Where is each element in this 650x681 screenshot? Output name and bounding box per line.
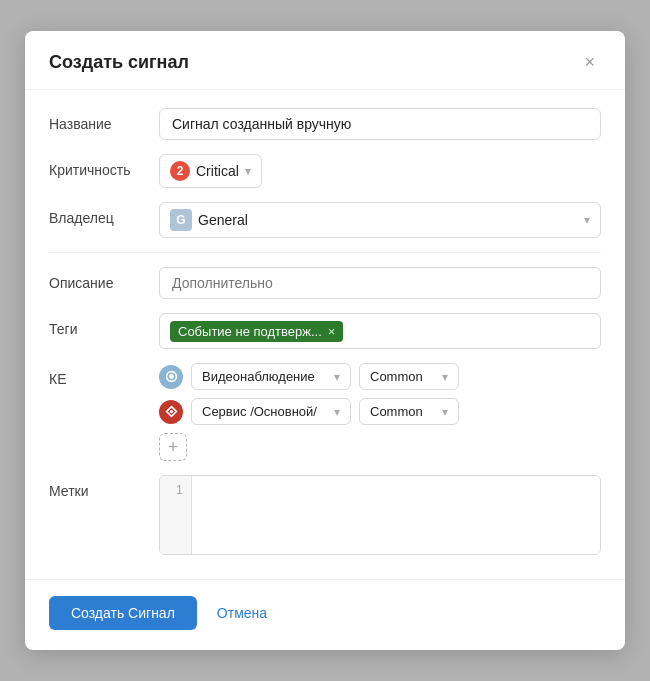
chevron-down-icon: ▾ xyxy=(245,164,251,178)
ke-row-2: Сервис /Основной/ ▾ Common ▾ xyxy=(159,398,601,425)
owner-value: General xyxy=(198,212,248,228)
metki-textarea[interactable] xyxy=(192,476,600,554)
criticality-select[interactable]: 2 Critical ▾ xyxy=(159,154,262,188)
tag-text: Событие не подтверж... xyxy=(178,324,322,339)
description-group: Описание xyxy=(49,267,601,299)
close-button[interactable]: × xyxy=(578,51,601,73)
ke-row-1: Видеонаблюдение ▾ Common ▾ xyxy=(159,363,601,390)
metki-label: Метки xyxy=(49,475,159,499)
tags-group: Теги Событие не подтверж... × xyxy=(49,313,601,349)
tags-label: Теги xyxy=(49,313,159,337)
tag-close-icon[interactable]: × xyxy=(328,325,336,338)
cancel-button[interactable]: Отмена xyxy=(213,596,271,630)
owner-select[interactable]: G General ▾ xyxy=(159,202,601,238)
video-surveillance-icon xyxy=(159,365,183,389)
description-input[interactable] xyxy=(159,267,601,299)
criticality-value: Critical xyxy=(196,163,239,179)
name-input[interactable] xyxy=(159,108,601,140)
criticality-label: Критичность xyxy=(49,154,159,178)
line-number-1: 1 xyxy=(160,476,192,554)
owner-control: G General ▾ xyxy=(159,202,601,238)
metki-control: 1 xyxy=(159,475,601,555)
name-control xyxy=(159,108,601,140)
metki-group: Метки 1 xyxy=(49,475,601,555)
ke-common-select-1[interactable]: Common ▾ xyxy=(359,363,459,390)
criticality-control: 2 Critical ▾ xyxy=(159,154,601,188)
ke-select-2[interactable]: Сервис /Основной/ ▾ xyxy=(191,398,351,425)
description-label: Описание xyxy=(49,267,159,291)
ke-group: КЕ Видеонаблюдение ▾ Common ▾ xyxy=(49,363,601,461)
modal-footer: Создать Сигнал Отмена xyxy=(25,579,625,650)
name-group: Название xyxy=(49,108,601,140)
metki-area: 1 xyxy=(159,475,601,555)
modal-title: Создать сигнал xyxy=(49,52,189,73)
tags-control: Событие не подтверж... × xyxy=(159,313,601,349)
tag-container[interactable]: Событие не подтверж... × xyxy=(159,313,601,349)
criticality-badge: 2 xyxy=(170,161,190,181)
svg-point-2 xyxy=(169,410,172,413)
tag-pill: Событие не подтверж... × xyxy=(170,321,343,342)
service-icon xyxy=(159,400,183,424)
owner-chevron-icon: ▾ xyxy=(584,213,590,227)
ke-value-1: Видеонаблюдение xyxy=(202,369,315,384)
name-label: Название xyxy=(49,108,159,132)
modal-header: Создать сигнал × xyxy=(25,31,625,90)
ke-common-chevron-2-icon: ▾ xyxy=(442,405,448,419)
ke-control: Видеонаблюдение ▾ Common ▾ xyxy=(159,363,601,461)
ke-value-2: Сервис /Основной/ xyxy=(202,404,317,419)
owner-group: Владелец G General ▾ xyxy=(49,202,601,238)
ke-chevron-1-icon: ▾ xyxy=(334,370,340,384)
submit-button[interactable]: Создать Сигнал xyxy=(49,596,197,630)
ke-common-select-2[interactable]: Common ▾ xyxy=(359,398,459,425)
ke-common-value-1: Common xyxy=(370,369,423,384)
owner-icon: G xyxy=(170,209,192,231)
ke-select-1[interactable]: Видеонаблюдение ▾ xyxy=(191,363,351,390)
ke-common-value-2: Common xyxy=(370,404,423,419)
svg-point-1 xyxy=(169,374,174,379)
modal-dialog: Создать сигнал × Название Критичность 2 … xyxy=(25,31,625,650)
ke-common-chevron-1-icon: ▾ xyxy=(442,370,448,384)
ke-chevron-2-icon: ▾ xyxy=(334,405,340,419)
owner-label: Владелец xyxy=(49,202,159,226)
ke-label: КЕ xyxy=(49,363,159,387)
modal-body: Название Критичность 2 Critical ▾ Владел… xyxy=(25,90,625,579)
criticality-group: Критичность 2 Critical ▾ xyxy=(49,154,601,188)
divider xyxy=(49,252,601,253)
add-ke-button[interactable]: + xyxy=(159,433,187,461)
description-control xyxy=(159,267,601,299)
